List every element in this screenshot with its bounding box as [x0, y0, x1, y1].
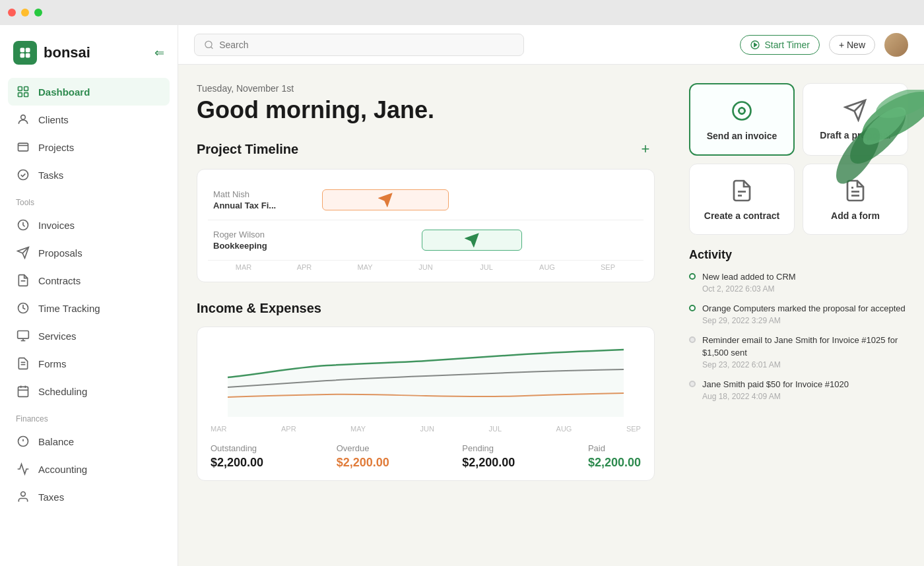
chart-months: MAR APR MAY JUN JUL AUG SEP	[208, 420, 644, 433]
form-icon	[842, 177, 869, 204]
sidebar-item-projects[interactable]: Projects	[8, 133, 170, 161]
avatar[interactable]	[884, 33, 908, 57]
close-btn[interactable]	[8, 9, 16, 16]
new-button[interactable]: + New	[829, 35, 875, 55]
right-panel: Send an invoice Draft a proposal	[673, 65, 924, 566]
sidebar-item-balance[interactable]: Balance	[8, 427, 170, 455]
sidebar-item-time-tracking[interactable]: Time Tracking	[8, 294, 170, 322]
accounting-icon	[16, 462, 30, 476]
sidebar-item-services[interactable]: Services	[8, 322, 170, 350]
svg-line-30	[211, 46, 213, 48]
timeline-bar-orange	[322, 189, 449, 210]
activity-list: New lead added to CRM Oct 2, 2022 6:03 A…	[689, 271, 908, 401]
svg-point-43	[739, 108, 745, 114]
action-card-send-invoice[interactable]: Send an invoice	[689, 83, 795, 156]
search-icon	[204, 40, 214, 50]
search-input[interactable]	[219, 40, 514, 50]
sidebar-label-projects: Projects	[38, 142, 74, 153]
activity-text-2: Orange Computers marked the proposal for…	[702, 303, 908, 315]
summary-pending: Pending $2,200.00	[462, 443, 515, 470]
chart-month-may: MAY	[350, 425, 366, 433]
chart-month-sep: SEP	[626, 425, 641, 433]
month-aug: AUG	[517, 263, 578, 271]
quick-actions: Send an invoice Draft a proposal	[689, 83, 908, 235]
timeline-months: MAR APR MAY JUN JUL AUG SEP	[208, 261, 644, 271]
list-item: Orange Computers marked the proposal for…	[689, 303, 908, 325]
month-jun: JUN	[395, 263, 456, 271]
chart-month-apr: APR	[281, 425, 296, 433]
content-area: Tuesday, November 1st Good morning, Jane…	[178, 65, 673, 566]
activity-content-1: New lead added to CRM Oct 2, 2022 6:03 A…	[702, 271, 908, 294]
table-row: Matt Nish Annual Tax Fi...	[208, 180, 644, 220]
invoice-icon	[729, 98, 755, 124]
chart-month-jul: JUL	[489, 425, 502, 433]
timeline-bar-area-1	[306, 187, 638, 213]
action-card-draft-proposal[interactable]: Draft a proposal	[803, 83, 908, 156]
invoices-icon	[16, 218, 30, 232]
contract-icon	[729, 177, 755, 204]
summary-outstanding: Outstanding $2,200.00	[211, 443, 263, 470]
sidebar-toggle[interactable]: ⇐	[154, 46, 164, 60]
minimize-btn[interactable]	[21, 9, 29, 16]
finances-section-label: Finances	[8, 405, 170, 427]
titlebar	[0, 0, 924, 25]
add-form-label: Add a form	[831, 210, 880, 221]
forms-icon	[16, 356, 30, 371]
dashboard-icon	[16, 84, 30, 99]
start-timer-button[interactable]: Start Timer	[740, 35, 819, 55]
activity-content-2: Orange Computers marked the proposal for…	[702, 303, 908, 325]
sidebar-item-clients[interactable]: Clients	[8, 106, 170, 133]
svg-rect-4	[18, 87, 22, 91]
sidebar-item-forms[interactable]: Forms	[8, 350, 170, 377]
play-icon	[750, 40, 760, 50]
action-card-add-form[interactable]: Add a form	[803, 164, 908, 235]
svg-point-10	[18, 170, 28, 180]
timeline-bar-green	[422, 230, 521, 251]
taxes-icon	[16, 489, 30, 504]
chart-month-mar: MAR	[211, 425, 226, 433]
sidebar-item-proposals[interactable]: Proposals	[8, 239, 170, 267]
svg-marker-39	[380, 194, 391, 206]
sidebar-item-tasks[interactable]: Tasks	[8, 161, 170, 189]
sidebar-label-services: Services	[38, 330, 77, 342]
topbar-right: Start Timer + New	[740, 33, 908, 57]
income-expenses-title: Income & Expenses	[197, 301, 321, 316]
send-invoice-label: Send an invoice	[707, 131, 777, 141]
sidebar-item-accounting[interactable]: Accounting	[8, 455, 170, 483]
proposals-icon	[16, 245, 30, 260]
activity-dot-2	[689, 305, 696, 311]
activity-title: Activity	[689, 248, 908, 262]
sidebar-item-scheduling[interactable]: Scheduling	[8, 377, 170, 405]
sidebar-item-taxes[interactable]: Taxes	[8, 483, 170, 511]
logo-icon	[13, 41, 37, 65]
services-icon	[16, 329, 30, 343]
action-card-create-contract[interactable]: Create a contract	[689, 164, 795, 235]
sidebar: bonsai ⇐ Dashboard C	[0, 25, 178, 566]
sidebar-item-dashboard[interactable]: Dashboard	[8, 78, 170, 106]
paid-label: Paid	[588, 443, 641, 453]
search-box[interactable]	[194, 34, 524, 56]
outstanding-label: Outstanding	[211, 443, 263, 453]
activity-time-3: Sep 23, 2022 6:01 AM	[702, 360, 908, 369]
sidebar-label-tasks: Tasks	[38, 170, 63, 181]
income-chart	[208, 338, 644, 417]
month-jul: JUL	[456, 263, 517, 271]
time-tracking-icon	[16, 301, 30, 315]
sidebar-label-scheduling: Scheduling	[38, 386, 87, 397]
maximize-btn[interactable]	[34, 9, 42, 16]
sidebar-label-proposals: Proposals	[38, 247, 82, 259]
sidebar-item-contracts[interactable]: Contracts	[8, 267, 170, 294]
add-project-button[interactable]: +	[636, 140, 655, 158]
chart-month-jun: JUN	[420, 425, 434, 433]
create-contract-icon	[730, 179, 754, 203]
paid-value: $2,200.00	[588, 456, 641, 470]
overdue-label: Overdue	[337, 443, 389, 453]
activity-dot-1	[689, 273, 696, 280]
svg-rect-0	[20, 48, 25, 53]
activity-section: Activity New lead added to CRM Oct 2, 20…	[689, 248, 908, 548]
send-icon-2	[465, 233, 479, 247]
svg-point-29	[205, 41, 212, 47]
sidebar-item-invoices[interactable]: Invoices	[8, 211, 170, 239]
project-timeline-title: Project Timeline	[197, 142, 298, 157]
tasks-icon	[16, 168, 30, 182]
